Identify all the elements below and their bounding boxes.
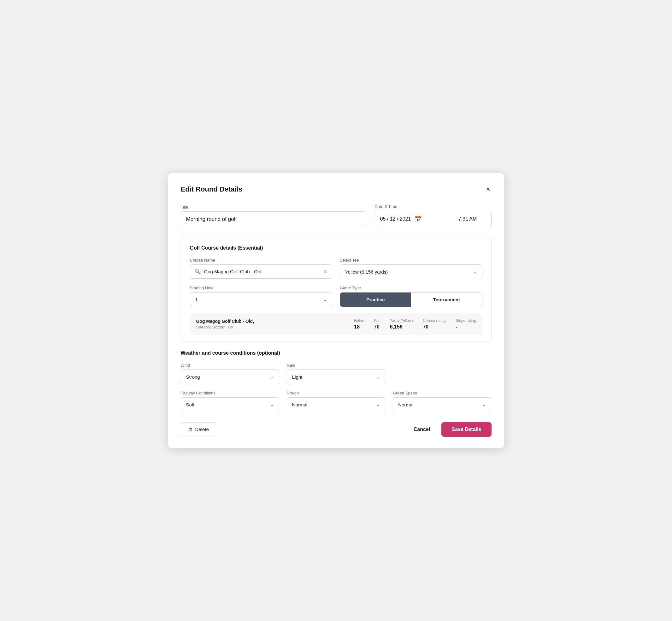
select-tee-field: Select Tee Yellow (6,156 yards) ⌄: [340, 258, 482, 279]
starting-hole-field: Starting Hole 1 ⌄: [190, 286, 333, 307]
chevron-down-icon: ⌄: [323, 297, 327, 303]
chevron-down-icon: ⌄: [270, 402, 274, 408]
tournament-toggle-btn[interactable]: Tournament: [411, 292, 482, 307]
fairway-field: Fairway Conditions Soft ⌄: [181, 391, 279, 412]
course-tee-row: Course Name 🔍 ✕ Select Tee Yellow (6,156…: [190, 258, 482, 279]
delete-label: Delete: [195, 427, 209, 432]
wind-group: Wind Strong ⌄: [181, 363, 279, 384]
trash-icon: 🗑: [188, 427, 193, 432]
green-speed-value: Normal: [398, 402, 413, 407]
rough-field: Rough Normal ⌄: [287, 391, 385, 412]
time-input[interactable]: 7:31 AM: [444, 211, 492, 227]
course-info-name-group: Gog Magog Golf Club - Old, Shelford Bott…: [196, 319, 344, 329]
wind-dropdown[interactable]: Strong ⌄: [181, 370, 279, 384]
golf-course-section: Golf Course details (Essential) Course N…: [181, 236, 492, 341]
wind-field: Wind Strong ⌄: [181, 363, 279, 384]
course-name-input[interactable]: [204, 269, 321, 274]
course-name-group: Course Name 🔍 ✕: [190, 258, 333, 279]
slope-rating-stat: Slope rating -: [456, 318, 476, 330]
chevron-down-icon: ⌄: [376, 402, 380, 408]
starting-hole-group: Starting Hole 1 ⌄: [190, 286, 333, 307]
chevron-down-icon: ⌄: [376, 374, 380, 380]
golf-course-section-title: Golf Course details (Essential): [190, 245, 482, 251]
game-type-label: Game Type: [340, 286, 482, 290]
course-info-card: Gog Magog Golf Club - Old, Shelford Bott…: [190, 313, 482, 335]
holes-stat: Holes 18: [354, 318, 364, 330]
chevron-down-icon: ⌄: [482, 402, 486, 408]
holes-label: Holes: [354, 318, 364, 323]
search-icon: 🔍: [195, 268, 201, 275]
edit-round-modal: Edit Round Details × Title Date & Time 0…: [168, 173, 504, 448]
game-type-toggle: Practice Tournament: [340, 292, 482, 307]
game-type-field: Game Type Practice Tournament: [340, 286, 482, 307]
time-value: 7:31 AM: [458, 216, 477, 222]
save-details-button[interactable]: Save Details: [442, 422, 491, 437]
practice-toggle-btn[interactable]: Practice: [340, 292, 411, 307]
fairway-label: Fairway Conditions: [181, 391, 279, 396]
course-rating-value: 70: [423, 324, 446, 330]
datetime-inputs: 05 / 12 / 2021 📅 7:31 AM: [375, 211, 492, 227]
close-button[interactable]: ×: [485, 184, 492, 194]
footer-row: 🗑 Delete Cancel Save Details: [181, 422, 492, 437]
course-info-location: Shelford Bottom, UK: [196, 325, 344, 329]
weather-section-title: Weather and course conditions (optional): [181, 350, 492, 356]
rain-field: Rain Light ⌄: [287, 363, 385, 384]
fairway-value: Soft: [186, 402, 195, 407]
select-tee-value: Yellow (6,156 yards): [345, 269, 388, 275]
rough-dropdown[interactable]: Normal ⌄: [287, 397, 385, 412]
wind-value: Strong: [186, 374, 200, 380]
slope-rating-label: Slope rating: [456, 318, 476, 323]
par-value: 70: [374, 324, 380, 330]
starting-hole-value: 1: [195, 297, 198, 302]
select-tee-dropdown[interactable]: Yellow (6,156 yards) ⌄: [340, 264, 482, 279]
cancel-button[interactable]: Cancel: [411, 423, 432, 436]
clear-course-icon[interactable]: ✕: [323, 268, 328, 275]
rain-label: Rain: [287, 363, 385, 368]
chevron-down-icon: ⌄: [270, 374, 274, 380]
yards-stat: Yards(Yellow) 6,156: [390, 318, 413, 330]
title-datetime-row: Title Date & Time 05 / 12 / 2021 📅 7:31 …: [181, 204, 492, 227]
weather-section: Weather and course conditions (optional)…: [181, 350, 492, 412]
title-input[interactable]: [181, 211, 367, 227]
course-info-name: Gog Magog Golf Club - Old,: [196, 319, 344, 324]
wind-rain-row: Wind Strong ⌄ Rain Light ⌄: [181, 363, 492, 384]
calendar-icon: 📅: [415, 215, 421, 222]
delete-button[interactable]: 🗑 Delete: [181, 422, 216, 437]
wind-label: Wind: [181, 363, 279, 368]
footer-right-actions: Cancel Save Details: [411, 422, 492, 437]
course-stats-group: Holes 18 Par 70 Yards(Yellow) 6,156 Cour…: [354, 318, 476, 330]
rough-label: Rough: [287, 391, 385, 396]
course-name-field: Course Name 🔍 ✕: [190, 258, 333, 279]
par-label: Par: [374, 318, 380, 323]
course-name-label: Course Name: [190, 258, 333, 262]
green-speed-field: Green Speed Normal ⌄: [393, 391, 491, 412]
fairway-rough-green-row: Fairway Conditions Soft ⌄ Rough Normal ⌄: [181, 391, 492, 412]
yards-value: 6,156: [390, 324, 413, 330]
fairway-dropdown[interactable]: Soft ⌄: [181, 397, 279, 412]
datetime-label: Date & Time: [375, 204, 492, 209]
select-tee-group: Select Tee Yellow (6,156 yards) ⌄: [340, 258, 482, 279]
course-rating-stat: Course rating 70: [423, 318, 446, 330]
hole-gametype-row: Starting Hole 1 ⌄ Game Type Practice Tou…: [190, 286, 482, 307]
game-type-group: Game Type Practice Tournament: [340, 286, 482, 307]
chevron-down-icon: ⌄: [473, 269, 477, 275]
green-speed-dropdown[interactable]: Normal ⌄: [393, 397, 491, 412]
fairway-group: Fairway Conditions Soft ⌄: [181, 391, 279, 412]
date-input[interactable]: 05 / 12 / 2021 📅: [375, 211, 444, 227]
course-rating-label: Course rating: [423, 318, 446, 323]
slope-rating-value: -: [456, 324, 476, 330]
rain-group: Rain Light ⌄: [287, 363, 385, 384]
modal-title: Edit Round Details: [181, 185, 243, 194]
datetime-field-group: Date & Time 05 / 12 / 2021 📅 7:31 AM: [375, 204, 492, 227]
title-label: Title: [181, 205, 367, 210]
course-name-input-wrap[interactable]: 🔍 ✕: [190, 264, 333, 279]
rough-group: Rough Normal ⌄: [287, 391, 385, 412]
starting-hole-dropdown[interactable]: 1 ⌄: [190, 292, 333, 307]
rain-value: Light: [292, 374, 302, 380]
rain-dropdown[interactable]: Light ⌄: [287, 370, 385, 384]
green-speed-label: Green Speed: [393, 391, 491, 396]
rough-value: Normal: [292, 402, 307, 407]
date-value: 05 / 12 / 2021: [380, 216, 411, 222]
yards-label: Yards(Yellow): [390, 318, 413, 323]
holes-value: 18: [354, 324, 364, 330]
